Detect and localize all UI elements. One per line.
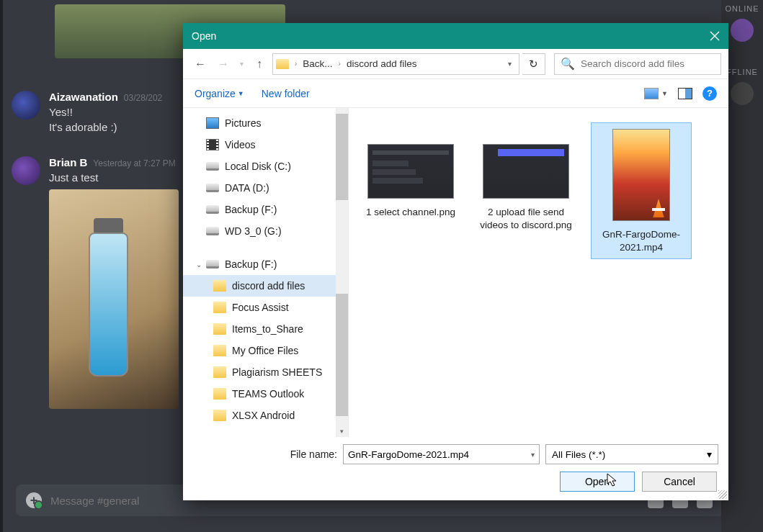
tree-item-label: WD 3_0 (G:) [225,225,282,237]
dialog-toolbar: Organize ▼ New folder ▼ ? [183,79,728,108]
tree-scrollbar[interactable]: ▴ ▾ [336,108,348,437]
nav-up-button[interactable]: ↑ [249,54,269,74]
member-avatar[interactable] [731,19,754,42]
scroll-thumb[interactable] [336,294,348,416]
pic-icon [206,117,219,129]
drive-icon [206,184,219,192]
file-grid[interactable]: 1 select channel.png2 upload file send v… [349,108,728,437]
nav-recent-dropdown[interactable]: ▾ [236,54,246,74]
scroll-down-icon[interactable]: ▾ [336,425,348,437]
tree-item-label: Local Disk (C:) [225,161,291,172]
drive-icon [206,162,219,171]
cancel-button[interactable]: Cancel [642,472,717,492]
dialog-content: PicturesVideosLocal Disk (C:)DATA (D:)Ba… [183,108,728,437]
folder-icon [213,410,226,421]
username[interactable]: Aizawanation [49,91,118,103]
organize-menu[interactable]: Organize ▼ [195,88,244,99]
preview-pane-button[interactable] [678,88,692,99]
new-folder-button[interactable]: New folder [262,88,310,99]
tree-item-label: TEAMS Outlook [232,388,304,400]
expander-icon[interactable]: ⌄ [196,261,202,269]
tree-item[interactable]: Local Disk (C:) [183,155,348,177]
help-icon[interactable]: ? [702,86,717,101]
resize-grip-icon[interactable] [718,490,727,499]
tree-item[interactable]: XLSX Android [183,405,348,426]
file-thumbnail [612,129,670,221]
folder-icon [213,388,226,400]
file-label: 1 select channel.png [360,206,461,223]
tree-item-label: Backup (F:) [225,204,277,215]
tree-item-label: Plagiarism SHEETS [232,366,322,378]
breadcrumb-segment[interactable]: Back... [303,58,332,69]
search-icon: 🔍 [561,57,575,71]
username[interactable]: Brian B [49,156,87,168]
tree-item[interactable]: Backup (F:) [183,199,348,220]
chevron-right-icon[interactable]: › [336,60,344,68]
file-open-dialog: Open ← → ▾ ↑ › Back... › discord add fil… [183,23,728,500]
tree-item[interactable]: TEAMS Outlook [183,383,348,405]
filename-input[interactable]: GnR-FargoDome-2021.mp4 ▾ [343,444,540,464]
file-item[interactable]: 1 select channel.png [360,122,461,223]
nav-forward-button[interactable]: → [213,54,233,74]
tree-item-label: Focus Assist [232,302,289,313]
message-timestamp: Yesterday at 7:27 PM [93,158,175,168]
tree-item[interactable]: WD 3_0 (G:) [183,220,348,242]
scroll-thumb[interactable] [336,114,348,200]
filename-label: File name: [193,448,337,460]
search-box[interactable]: 🔍 [554,53,721,75]
tree-item-label: Videos [225,139,256,150]
breadcrumb-segment[interactable]: discord add files [347,58,417,69]
member-avatar[interactable] [731,82,754,105]
drive-icon [206,205,219,214]
dialog-titlebar[interactable]: Open [183,23,728,49]
file-item[interactable]: 2 upload file send videos to discord.png [476,122,576,236]
avatar[interactable] [12,156,40,185]
file-thumbnail [483,144,569,199]
tree-item[interactable]: Videos [183,134,348,155]
dialog-title: Open [192,30,216,42]
folder-icon [276,59,289,69]
tree-item[interactable]: Items_to_Share [183,318,348,340]
file-item[interactable]: GnR-FargoDome-2021.mp4 [591,122,692,259]
folder-icon [213,280,226,292]
chat-image-bottle[interactable] [49,189,179,409]
tree-item-label: Pictures [225,117,262,129]
folder-icon [213,345,226,356]
tree-item[interactable]: Focus Assist [183,297,348,318]
tree-item[interactable]: ⌄Backup (F:) [183,253,348,275]
drive-icon [206,260,219,269]
folder-tree[interactable]: PicturesVideosLocal Disk (C:)DATA (D:)Ba… [183,108,349,437]
chevron-right-icon[interactable]: › [292,60,300,68]
refresh-button[interactable]: ↻ [522,53,545,75]
nav-back-button[interactable]: ← [190,54,210,74]
tree-item[interactable]: Plagiarism SHEETS [183,361,348,383]
message-timestamp: 03/28/202 [124,93,162,103]
tree-item[interactable]: My Office Files [183,340,348,361]
close-icon[interactable] [710,31,720,41]
attach-button[interactable]: + [26,492,42,508]
search-input[interactable] [581,58,715,69]
file-label: 2 upload file send videos to discord.png [476,206,576,236]
file-thumbnail [367,144,454,199]
tree-item[interactable]: DATA (D:) [183,177,348,199]
tree-item[interactable]: Pictures [183,112,348,134]
folder-icon [213,302,226,313]
address-bar-row: ← → ▾ ↑ › Back... › discord add files ▾ … [183,49,728,79]
breadcrumb-bar[interactable]: › Back... › discord add files ▾ [272,53,519,75]
tree-item-label: discord add files [232,280,305,292]
file-type-filter[interactable]: All Files (*.*) ▾ [545,444,718,464]
view-mode-button[interactable]: ▼ [644,88,668,99]
tree-item[interactable]: discord add files [183,275,348,297]
tree-item-label: Backup (F:) [225,258,277,270]
drive-icon [206,227,219,235]
tree-item-label: DATA (D:) [225,182,269,194]
chevron-down-icon[interactable]: ▾ [707,448,712,460]
open-button[interactable]: Open [560,472,635,492]
chevron-down-icon: ▼ [238,90,244,97]
breadcrumb-dropdown-icon[interactable]: ▾ [504,60,516,68]
online-label: ONLINE [721,4,763,13]
chevron-down-icon[interactable]: ▾ [531,451,535,459]
thumbnail-icon [644,88,659,99]
dialog-footer: File name: GnR-FargoDome-2021.mp4 ▾ All … [183,437,728,500]
avatar[interactable] [12,91,40,120]
